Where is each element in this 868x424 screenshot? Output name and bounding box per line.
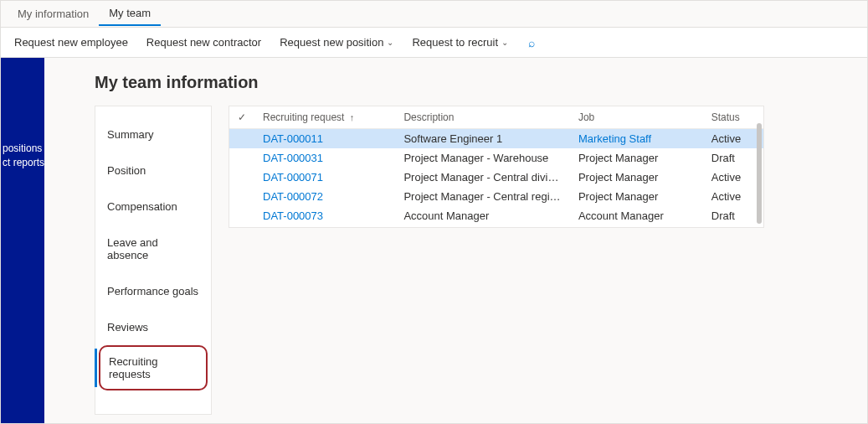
scrollbar[interactable] (757, 123, 762, 224)
column-header-select[interactable]: ✓ (229, 106, 254, 129)
sort-ascending-icon: ↑ (350, 112, 355, 122)
request-new-position-label: Request new position (280, 36, 383, 49)
search-icon[interactable]: ⌕ (528, 36, 535, 49)
request-new-position-button[interactable]: Request new position ⌄ (271, 31, 402, 54)
column-header-job[interactable]: Job (570, 106, 703, 129)
cell-description[interactable]: Account Manager (395, 206, 570, 225)
cell-recruiting-request[interactable]: DAT-000073 (254, 206, 395, 225)
main-row: positions ct reports My team information… (1, 58, 867, 423)
column-header-status[interactable]: Status (703, 106, 763, 129)
cell-select[interactable] (229, 168, 254, 187)
sidebar-item-leave-absence[interactable]: Leave and absence (95, 225, 211, 273)
cell-job[interactable]: Account Manager (570, 206, 703, 225)
action-bar: Request new employee Request new contrac… (1, 28, 867, 58)
request-to-recruit-label: Request to recruit (412, 36, 498, 49)
table-panel: ✓ Recruiting request ↑ Description Job S… (229, 106, 764, 228)
cell-recruiting-request[interactable]: DAT-000031 (254, 148, 395, 168)
tab-my-information[interactable]: My information (8, 3, 99, 25)
table-row[interactable]: DAT-000011Software Engineer 1Marketing S… (229, 129, 763, 149)
top-tabs: My information My team (1, 1, 867, 28)
chevron-down-icon: ⌄ (501, 38, 508, 47)
cell-description[interactable]: Project Manager - Central divisi... (395, 168, 570, 187)
cell-job[interactable]: Marketing Staff (570, 129, 703, 149)
sidebar-item-reviews[interactable]: Reviews (95, 309, 211, 345)
cell-status[interactable]: Active (703, 168, 763, 187)
panels-row: Summary Position Compensation Leave and … (95, 106, 842, 415)
sidebar-item-performance-goals[interactable]: Performance goals (95, 273, 211, 309)
sidebar-item-recruiting-requests[interactable]: Recruiting requests (99, 345, 208, 390)
recruiting-requests-grid: ✓ Recruiting request ↑ Description Job S… (229, 106, 763, 225)
table-row[interactable]: DAT-000071Project Manager - Central divi… (229, 168, 763, 187)
column-header-description[interactable]: Description (395, 106, 570, 129)
request-new-contractor-button[interactable]: Request new contractor (138, 31, 270, 54)
cell-select[interactable] (229, 129, 254, 149)
sidebar-item-summary[interactable]: Summary (95, 116, 211, 153)
cell-description[interactable]: Project Manager - Warehouse (395, 148, 570, 168)
request-new-employee-button[interactable]: Request new employee (6, 31, 136, 54)
table-row[interactable]: DAT-000073Account ManagerAccount Manager… (229, 206, 763, 225)
col-recruiting-request-label: Recruiting request (263, 111, 344, 123)
column-header-recruiting-request[interactable]: Recruiting request ↑ (254, 106, 395, 129)
cell-description[interactable]: Project Manager - Central region (395, 187, 570, 206)
cell-status[interactable]: Draft (703, 148, 763, 168)
cell-status[interactable]: Draft (703, 206, 763, 225)
table-row[interactable]: DAT-000031Project Manager - WarehousePro… (229, 148, 763, 168)
content-area: My team information Summary Position Com… (44, 58, 867, 423)
cell-job[interactable]: Project Manager (570, 187, 703, 206)
left-collapsed-panel[interactable]: positions ct reports (1, 58, 44, 423)
cell-status[interactable]: Active (703, 129, 763, 149)
cell-recruiting-request[interactable]: DAT-000071 (254, 168, 395, 187)
cell-job[interactable]: Project Manager (570, 168, 703, 187)
cell-status[interactable]: Active (703, 187, 763, 206)
cell-select[interactable] (229, 206, 254, 225)
page-title: My team information (95, 73, 842, 92)
cell-description[interactable]: Software Engineer 1 (395, 129, 570, 149)
sidebar-item-position[interactable]: Position (95, 153, 211, 189)
grid-header-row: ✓ Recruiting request ↑ Description Job S… (229, 106, 763, 129)
tab-my-team[interactable]: My team (99, 2, 161, 26)
chevron-down-icon: ⌄ (387, 38, 393, 47)
cell-select[interactable] (229, 187, 254, 206)
cell-select[interactable] (229, 148, 254, 168)
cell-recruiting-request[interactable]: DAT-000011 (254, 129, 395, 149)
table-row[interactable]: DAT-000072Project Manager - Central regi… (229, 187, 763, 206)
request-to-recruit-button[interactable]: Request to recruit ⌄ (403, 31, 516, 54)
side-menu: Summary Position Compensation Leave and … (95, 106, 212, 415)
left-line-2: ct reports (1, 156, 44, 170)
sidebar-item-compensation[interactable]: Compensation (95, 189, 211, 225)
cell-recruiting-request[interactable]: DAT-000072 (254, 187, 395, 206)
left-line-1: positions (1, 142, 44, 156)
cell-job[interactable]: Project Manager (570, 148, 703, 168)
